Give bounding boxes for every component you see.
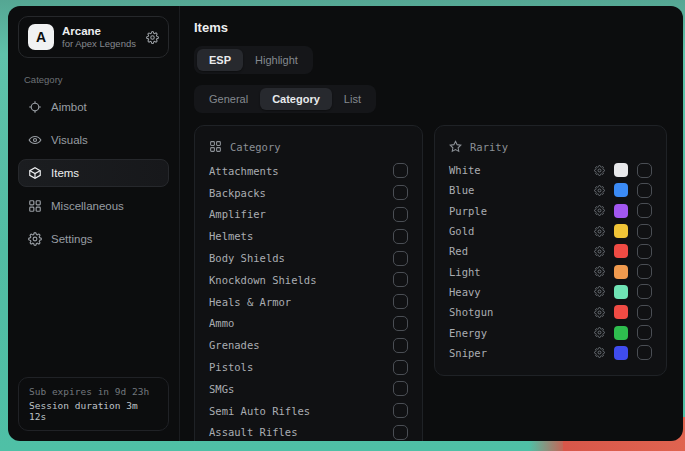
rarity-checkbox[interactable] [637, 325, 652, 340]
gear-icon[interactable] [594, 307, 605, 318]
rarity-controls [594, 325, 652, 340]
rarity-list: WhiteBluePurpleGoldRedLightHeavyShotgunE… [449, 160, 652, 363]
category-checkbox[interactable] [393, 185, 408, 200]
category-label: Attachments [209, 165, 279, 177]
sidebar-item-label: Items [51, 167, 79, 179]
tab-list[interactable]: List [332, 88, 373, 110]
sidebar-item-settings[interactable]: Settings [18, 225, 169, 253]
category-label: Heals & Armor [209, 296, 291, 308]
color-swatch[interactable] [614, 244, 628, 258]
gear-icon[interactable] [594, 165, 605, 176]
category-checkbox[interactable] [393, 360, 408, 375]
color-swatch[interactable] [614, 346, 628, 360]
category-checkbox[interactable] [393, 251, 408, 266]
category-row: Backpacks [209, 182, 408, 204]
panels-row: Category AttachmentsBackpacksAmplifierHe… [194, 125, 667, 441]
rarity-checkbox[interactable] [637, 203, 652, 218]
app-title-block: Arcane for Apex Legends [62, 25, 136, 49]
category-label: Semi Auto Rifles [209, 405, 310, 417]
rarity-row: Shotgun [449, 302, 652, 322]
color-swatch[interactable] [614, 204, 628, 218]
sidebar-item-visuals[interactable]: Visuals [18, 126, 169, 154]
gear-icon[interactable] [146, 31, 159, 44]
app-subtitle: for Apex Legends [62, 38, 136, 49]
sidebar-item-miscellaneous[interactable]: Miscellaneous [18, 192, 169, 220]
category-panel-title: Category [230, 141, 281, 153]
main-content: Items ESPHighlight GeneralCategoryList C… [180, 6, 683, 441]
rarity-label: White [449, 164, 481, 176]
rarity-label: Sniper [449, 347, 487, 359]
rarity-checkbox[interactable] [637, 264, 652, 279]
rarity-row: Light [449, 261, 652, 281]
category-checkbox[interactable] [393, 207, 408, 222]
category-row: Assault Rifles [209, 422, 408, 441]
rarity-checkbox[interactable] [637, 345, 652, 360]
rarity-controls [594, 284, 652, 299]
sidebar: A Arcane for Apex Legends Category Aimbo… [8, 6, 180, 441]
category-checkbox[interactable] [393, 338, 408, 353]
rarity-row: White [449, 160, 652, 180]
gear-icon[interactable] [594, 327, 605, 338]
rarity-checkbox[interactable] [637, 183, 652, 198]
category-label: Assault Rifles [209, 426, 298, 438]
sidebar-item-label: Miscellaneous [51, 200, 124, 212]
color-swatch[interactable] [614, 305, 628, 319]
rarity-row: Energy [449, 322, 652, 342]
sidebar-item-aimbot[interactable]: Aimbot [18, 93, 169, 121]
color-swatch[interactable] [614, 183, 628, 197]
gear-icon[interactable] [594, 286, 605, 297]
gear-icon[interactable] [594, 205, 605, 216]
gear-icon[interactable] [594, 226, 605, 237]
category-checkbox[interactable] [393, 425, 408, 440]
color-swatch[interactable] [614, 326, 628, 340]
category-checkbox[interactable] [393, 316, 408, 331]
app-logo-card: A Arcane for Apex Legends [18, 16, 169, 58]
rarity-row: Gold [449, 221, 652, 241]
color-swatch[interactable] [614, 163, 628, 177]
gear-icon[interactable] [594, 246, 605, 257]
grid-icon [209, 140, 222, 155]
rarity-checkbox[interactable] [637, 163, 652, 178]
rarity-checkbox[interactable] [637, 224, 652, 239]
category-label: Ammo [209, 317, 234, 329]
category-checkbox[interactable] [393, 403, 408, 418]
rarity-checkbox[interactable] [637, 244, 652, 259]
category-checkbox[interactable] [393, 294, 408, 309]
tab-category[interactable]: Category [260, 88, 332, 110]
tab-highlight[interactable]: Highlight [243, 49, 310, 71]
rarity-controls [594, 244, 652, 259]
tab-esp[interactable]: ESP [197, 49, 243, 71]
category-checkbox[interactable] [393, 272, 408, 287]
gear-icon[interactable] [594, 185, 605, 196]
category-checkbox[interactable] [393, 381, 408, 396]
category-row: Helmets [209, 225, 408, 247]
category-checkbox[interactable] [393, 229, 408, 244]
rarity-controls [594, 224, 652, 239]
sub-expiry-text: Sub expires in 9d 23h [29, 386, 158, 397]
rarity-controls [594, 183, 652, 198]
color-swatch[interactable] [614, 285, 628, 299]
page-title: Items [194, 20, 667, 35]
view-tabs: GeneralCategoryList [194, 85, 376, 113]
gear-icon[interactable] [594, 266, 605, 277]
category-row: Amplifier [209, 204, 408, 226]
gear-icon[interactable] [594, 347, 605, 358]
sidebar-item-items[interactable]: Items [18, 159, 169, 187]
category-panel: Category AttachmentsBackpacksAmplifierHe… [194, 125, 423, 441]
color-swatch[interactable] [614, 224, 628, 238]
color-swatch[interactable] [614, 265, 628, 279]
category-checkbox[interactable] [393, 163, 408, 178]
rarity-checkbox[interactable] [637, 284, 652, 299]
category-row: Grenades [209, 334, 408, 356]
rarity-checkbox[interactable] [637, 305, 652, 320]
subscription-info-card: Sub expires in 9d 23h Session duration 3… [18, 377, 169, 431]
category-label: Body Shields [209, 252, 285, 264]
tab-general[interactable]: General [197, 88, 260, 110]
rarity-controls [594, 203, 652, 218]
gear-icon [28, 232, 42, 246]
rarity-panel-header: Rarity [449, 136, 652, 158]
category-row: Semi Auto Rifles [209, 400, 408, 422]
sidebar-item-label: Aimbot [51, 101, 87, 113]
rarity-row: Purple [449, 201, 652, 221]
sidebar-nav: AimbotVisualsItemsMiscellaneousSettings [18, 93, 169, 253]
